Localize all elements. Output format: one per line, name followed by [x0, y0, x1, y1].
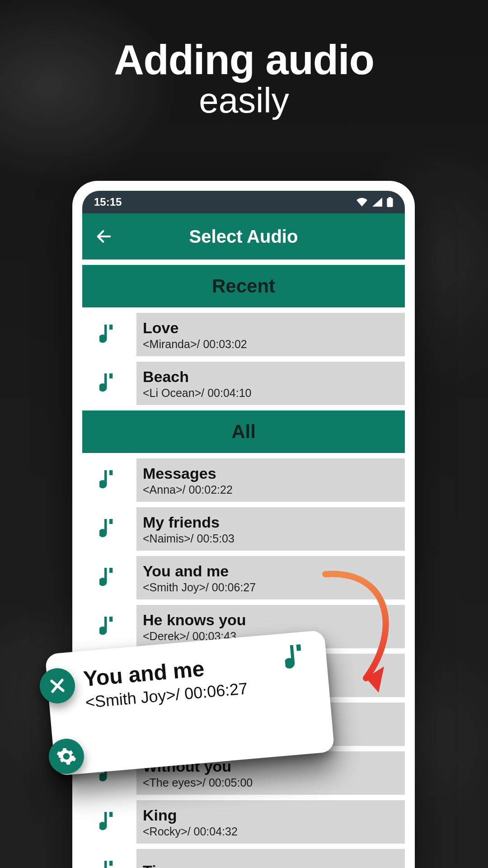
music-icon [82, 859, 136, 868]
status-bar: 15:15 [82, 191, 405, 213]
music-icon [82, 615, 136, 638]
selected-audio-card[interactable]: You and me <Smith Joy>/ 00:06:27 [45, 630, 334, 776]
audio-row[interactable]: King<Rocky>/ 00:04:32 [82, 800, 405, 844]
back-button[interactable] [95, 227, 113, 245]
audio-title: Love [143, 319, 399, 337]
audio-title: Time [143, 862, 399, 868]
music-icon [82, 810, 136, 834]
svg-rect-0 [387, 198, 393, 207]
callout-arrow [316, 565, 407, 701]
app-bar: Select Audio [82, 213, 405, 259]
app-title: Select Audio [82, 226, 405, 247]
status-icons [356, 197, 393, 207]
audio-row[interactable]: Beach <Li Ocean>/ 00:04:10 [82, 362, 405, 405]
hero-title: Adding audio easily [0, 36, 488, 121]
audio-title: My friends [143, 514, 399, 531]
section-recent-label: Recent [212, 275, 275, 297]
signal-icon [372, 198, 382, 207]
status-time: 15:15 [94, 196, 122, 208]
audio-row[interactable]: My friends<Naimis>/ 00:5:03 [82, 507, 405, 551]
audio-sub: <Anna>/ 00:02:22 [143, 483, 399, 496]
audio-sub: <The eyes>/ 00:05:00 [143, 776, 399, 789]
audio-row[interactable]: Messages<Anna>/ 00:02:22 [82, 458, 405, 502]
section-recent[interactable]: Recent [82, 265, 405, 307]
hero-line1: Adding audio [0, 36, 488, 84]
svg-rect-1 [389, 197, 392, 198]
audio-sub: <Rocky>/ 00:04:32 [143, 825, 399, 838]
music-icon [82, 323, 136, 346]
audio-sub: <Miranda>/ 00:03:02 [143, 338, 399, 351]
audio-sub: <Li Ocean>/ 00:04:10 [143, 387, 399, 400]
music-icon [283, 642, 311, 675]
audio-title: King [143, 807, 399, 824]
music-icon [82, 372, 136, 395]
music-icon [82, 566, 136, 590]
audio-sub: <Naimis>/ 00:5:03 [143, 532, 399, 545]
section-all[interactable]: All [82, 410, 405, 453]
hero-line2: easily [0, 80, 488, 121]
gear-icon [56, 745, 77, 767]
audio-row[interactable]: Time [82, 849, 405, 868]
close-icon [47, 676, 67, 695]
section-all-label: All [231, 421, 256, 443]
recent-list: Love <Miranda>/ 00:03:02 Beach <Li Ocean… [82, 313, 405, 405]
wifi-icon [356, 198, 368, 207]
audio-title: Beach [143, 368, 399, 386]
music-icon [82, 468, 136, 492]
music-icon [82, 517, 136, 541]
battery-icon [387, 197, 393, 207]
arrow-left-icon [95, 227, 113, 245]
audio-row[interactable]: Love <Miranda>/ 00:03:02 [82, 313, 405, 356]
audio-title: Messages [143, 465, 399, 482]
